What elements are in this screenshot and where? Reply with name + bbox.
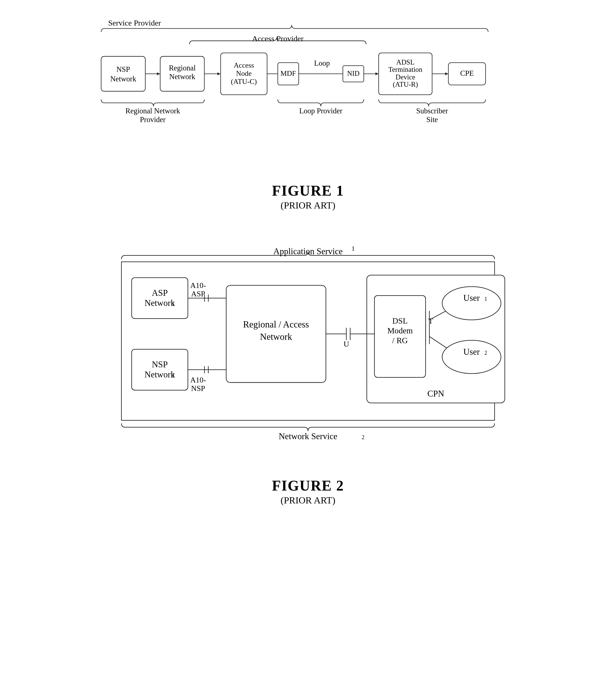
adsl-line2: Termination [388, 66, 423, 73]
access-node-line1: Access [234, 61, 254, 69]
figure2-diagram: Application Service 1 ASP Network 1 A10-… [70, 244, 546, 475]
svg-marker-5 [218, 72, 221, 75]
dsl-modem-line2: Modem [387, 326, 413, 335]
user2-label: User [463, 347, 480, 357]
figure2-title: FIGURE 2 (PRIOR ART) [272, 475, 344, 506]
a10-asp-label2: ASP [191, 290, 205, 298]
regional-network-line1: Regional [169, 64, 196, 72]
dsl-modem-line3: / RG [392, 336, 408, 345]
regional-network-provider-label2: Provider [140, 115, 165, 124]
nsp-network-line2: Network [145, 370, 175, 379]
asp-network-line2: Network [145, 298, 175, 308]
adsl-line3: Device [395, 73, 415, 81]
nid-label: NID [347, 70, 359, 77]
asp-network-subscript: 1 [171, 301, 174, 307]
nsp-network-line1: NSP [152, 360, 168, 369]
a10-nsp-label1: A10- [190, 376, 206, 384]
user1-subscript: 1 [485, 296, 487, 302]
svg-marker-13 [375, 72, 379, 75]
svg-marker-2 [157, 72, 160, 75]
regional-network-line2: Network [169, 72, 195, 81]
dsl-modem-line1: DSL [392, 316, 408, 325]
nsp-network-line1: NSP [116, 65, 130, 74]
cpe-label: CPE [460, 69, 474, 77]
page: Service Provider Access Provider NSP Net… [0, 0, 616, 678]
adsl-line1: ADSL [396, 59, 415, 66]
svg-rect-0 [101, 57, 145, 91]
app-service-subscript: 1 [351, 245, 355, 252]
service-provider-label: Service Provider [108, 18, 161, 27]
user1-label: User [463, 293, 480, 303]
loop-provider-label: Loop Provider [299, 107, 343, 115]
app-service-label: Application Service [273, 247, 343, 256]
mdf-label: MDF [280, 69, 296, 77]
subscriber-site-label2: Site [426, 115, 438, 124]
a10-asp-label1: A10- [190, 281, 206, 290]
figure1-title: FIGURE 1 (PRIOR ART) [272, 180, 344, 211]
regional-network-provider-label: Regional Network [125, 107, 180, 115]
adsl-line4: (ATU-R) [393, 80, 418, 88]
svg-point-39 [442, 287, 501, 319]
regional-access-line1: Regional / Access [243, 319, 309, 330]
u-ref-label: U [344, 340, 349, 348]
regional-access-line2: Network [260, 332, 292, 342]
figure1-container: Service Provider Access Provider NSP Net… [23, 17, 593, 211]
access-node-line3: (ATU-C) [231, 77, 257, 86]
nsp-network-line2: Network [110, 75, 136, 83]
figure2-container: Application Service 1 ASP Network 1 A10-… [23, 244, 593, 506]
cpn-label: CPN [427, 389, 444, 399]
figure1-diagram: Service Provider Access Provider NSP Net… [41, 17, 575, 180]
nsp-network-subscript: 2 [171, 372, 174, 379]
svg-point-41 [442, 340, 501, 374]
network-service-label: Network Service [279, 431, 338, 441]
svg-marker-16 [445, 72, 449, 75]
loop-label: Loop [314, 59, 330, 67]
user2-subscript: 2 [485, 350, 487, 356]
a10-nsp-label2: NSP [191, 384, 205, 392]
network-service-subscript: 2 [361, 434, 364, 440]
access-provider-label: Access Provider [252, 34, 304, 43]
access-node-line2: Node [236, 69, 252, 77]
subscriber-site-label: Subscriber [416, 107, 448, 115]
asp-network-line1: ASP [152, 288, 168, 298]
